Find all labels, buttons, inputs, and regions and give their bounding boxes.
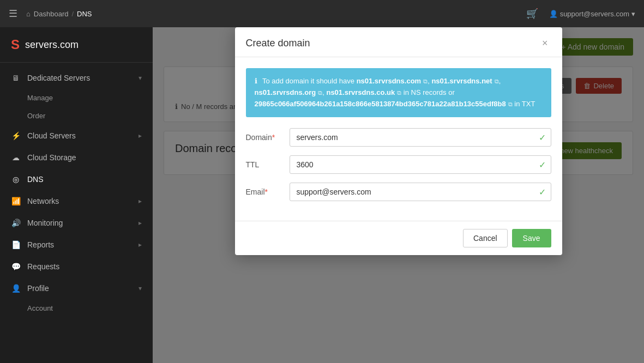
sidebar-item-dns[interactable]: ◎ DNS: [0, 168, 153, 190]
domain-form-group: Domain* ✓: [246, 128, 551, 147]
sidebar-label-monitoring: Monitoring: [27, 219, 63, 227]
email-input[interactable]: [290, 183, 551, 201]
breadcrumb-separator: /: [71, 10, 74, 18]
sidebar-nav: 🖥 Dedicated Servers ▾ Manage Order ⚡ Clo…: [0, 63, 153, 322]
domain-required-marker: *: [272, 133, 275, 142]
domain-input-wrap: ✓: [290, 128, 551, 147]
sidebar-item-profile[interactable]: 👤 Profile ▾: [0, 277, 153, 299]
ttl-form-group: TTL ✓: [246, 155, 551, 174]
user-icon: 👤: [549, 10, 558, 18]
ttl-input[interactable]: [290, 155, 551, 174]
copy-ns1-icon[interactable]: ⧉: [423, 77, 428, 87]
chevron-right-icon: ▸: [139, 197, 142, 205]
domain-label: Domain*: [246, 133, 290, 142]
chevron-right-icon: ▸: [139, 241, 142, 249]
sidebar-label-cloud-servers: Cloud Servers: [27, 131, 76, 140]
sidebar-subitem-manage[interactable]: Manage: [0, 89, 153, 107]
main-content: 🔍 + Add new domain 👁 View details 🗑 Dele…: [153, 27, 644, 363]
sidebar-label-reports: Reports: [27, 240, 54, 249]
sidebar-label-networks: Networks: [27, 197, 59, 205]
ns4-text: ns01.srvrsdns.co.uk: [326, 88, 395, 96]
ns3-text: ns01.srvrsdns.org: [255, 88, 316, 96]
copy-ns4-icon[interactable]: ⧉: [397, 88, 401, 98]
user-menu[interactable]: 👤 support@servers.com ▾: [549, 10, 635, 18]
sidebar-item-requests[interactable]: 💬 Requests: [0, 256, 153, 277]
info-circle-icon: ℹ: [255, 77, 257, 85]
server-icon: 🖥: [11, 74, 21, 82]
cloud-server-icon: ⚡: [11, 131, 21, 140]
email-input-wrap: ✓: [290, 183, 551, 201]
monitoring-icon: 🔊: [11, 219, 21, 227]
sidebar-label-cloud-storage: Cloud Storage: [27, 153, 76, 162]
modal-header: Create domain ×: [235, 27, 562, 57]
sidebar-logo: S servers.com: [0, 27, 153, 63]
save-button[interactable]: Save: [512, 229, 551, 247]
user-email: support@servers.com: [560, 10, 629, 18]
logo-icon: S: [11, 37, 20, 52]
chevron-right-icon: ▸: [139, 132, 142, 140]
sidebar-item-cloud-storage[interactable]: ☁ Cloud Storage: [0, 147, 153, 168]
logo-text: servers.com: [25, 39, 79, 51]
cart-icon[interactable]: 🛒: [526, 8, 538, 20]
chevron-down-icon: ▾: [631, 10, 635, 18]
requests-icon: 💬: [11, 262, 21, 271]
sidebar: S servers.com 🖥 Dedicated Servers ▾ Mana…: [0, 27, 153, 363]
create-domain-modal: Create domain × ℹ To add domain it shoul…: [235, 27, 562, 255]
chevron-right-icon: ▸: [139, 219, 142, 227]
copy-ns3-icon[interactable]: ⧉: [318, 88, 322, 98]
ns1-text: ns01.srvrsdns.com: [357, 77, 422, 85]
ttl-valid-icon: ✓: [539, 160, 546, 170]
info-text: To add domain it should have: [262, 77, 357, 85]
sidebar-item-monitoring[interactable]: 🔊 Monitoring ▸: [0, 212, 153, 234]
modal-title: Create domain: [246, 38, 310, 49]
chevron-down-icon: ▾: [139, 74, 142, 82]
hamburger-icon[interactable]: ☰: [9, 8, 17, 20]
modal-overlay: Create domain × ℹ To add domain it shoul…: [153, 27, 644, 363]
domain-input[interactable]: [290, 128, 551, 147]
email-required-marker: *: [265, 187, 268, 196]
cloud-icon: ☁: [11, 153, 21, 162]
ns2-text: ns01.srvrsdns.net: [431, 77, 492, 85]
modal-footer: Cancel Save: [235, 221, 562, 255]
home-icon: ⌂: [26, 10, 31, 18]
sidebar-label-requests: Requests: [27, 262, 59, 271]
sidebar-subitem-order[interactable]: Order: [0, 107, 153, 125]
network-icon: 📶: [11, 197, 21, 205]
txt-label: in TXT: [514, 100, 535, 108]
sidebar-item-networks[interactable]: 📶 Networks ▸: [0, 190, 153, 212]
sidebar-item-cloud-servers[interactable]: ⚡ Cloud Servers ▸: [0, 125, 153, 147]
copy-txt-icon[interactable]: ⧉: [508, 100, 513, 110]
copy-ns2-icon[interactable]: ⧉: [495, 77, 499, 87]
sidebar-item-reports[interactable]: 📄 Reports ▸: [0, 234, 153, 256]
breadcrumb: ⌂ Dashboard / DNS: [26, 10, 92, 18]
ttl-label: TTL: [246, 160, 290, 169]
breadcrumb-parent[interactable]: Dashboard: [34, 10, 69, 18]
ns-records-label: in NS records or: [404, 88, 455, 96]
cancel-button[interactable]: Cancel: [463, 229, 508, 247]
email-valid-icon: ✓: [539, 187, 546, 197]
ttl-input-wrap: ✓: [290, 155, 551, 174]
txt-value: 29865c066af506964b261a158c866e5813874bd3…: [255, 100, 506, 108]
breadcrumb-current: DNS: [77, 10, 92, 18]
modal-info-box: ℹ To add domain it should have ns01.srvr…: [246, 68, 551, 117]
profile-icon: 👤: [11, 284, 21, 293]
sidebar-label-dns: DNS: [27, 175, 44, 184]
modal-close-button[interactable]: ×: [539, 37, 551, 49]
dns-icon: ◎: [11, 175, 21, 184]
reports-icon: 📄: [11, 240, 21, 249]
sidebar-item-dedicated-servers[interactable]: 🖥 Dedicated Servers ▾: [0, 67, 153, 89]
domain-valid-icon: ✓: [539, 132, 546, 143]
navbar: ☰ ⌂ Dashboard / DNS 🛒 👤 support@servers.…: [0, 0, 644, 27]
modal-body: ℹ To add domain it should have ns01.srvr…: [235, 57, 562, 221]
sidebar-label-dedicated-servers: Dedicated Servers: [27, 74, 90, 82]
email-form-group: Email* ✓: [246, 183, 551, 201]
sidebar-subitem-account[interactable]: Account: [0, 299, 153, 317]
chevron-down-icon: ▾: [139, 285, 142, 292]
email-label: Email*: [246, 187, 290, 196]
sidebar-label-profile: Profile: [27, 284, 49, 293]
